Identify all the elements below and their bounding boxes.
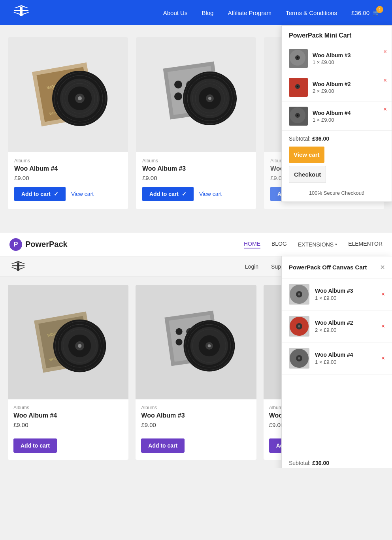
powerpack-nav: HOME BLOG EXTENSIONS ▾ ELEMENTOR <box>244 241 383 248</box>
bottom-product-card-2: Albums Woo Album #3 £9.00 Add to cart <box>136 285 256 460</box>
pp-nav-home[interactable]: HOME <box>244 241 260 248</box>
product-category-2: Albums <box>142 158 250 164</box>
bottom-product-name-2: Woo Album #3 <box>141 412 251 419</box>
pp-nav-elementor[interactable]: ELEMENTOR <box>348 241 383 248</box>
top-section: About Us Blog Affiliate Program Terms & … <box>0 0 392 221</box>
svg-point-68 <box>175 328 182 335</box>
off-canvas-remove-3[interactable]: × <box>381 355 385 362</box>
nav-about[interactable]: About Us <box>163 9 188 16</box>
mini-cart-item-1-info: Woo Album #3 1 × £9.00 <box>313 52 384 65</box>
mini-cart-item: Woo Album #3 1 × £9.00 × <box>282 44 392 73</box>
mini-cart-remove-1[interactable]: × <box>383 48 387 55</box>
svg-point-96 <box>298 357 300 359</box>
nav-affiliate[interactable]: Affiliate Program <box>228 9 271 16</box>
bottom-product-info-1: Albums Woo Album #4 £9.00 Add to cart <box>8 399 128 460</box>
off-canvas-item-1-info: Woo Album #3 1 × £9.00 <box>315 288 376 301</box>
bottom-section: P PowerPack HOME BLOG EXTENSIONS ▾ ELEME… <box>0 233 392 468</box>
svg-rect-53 <box>17 262 19 271</box>
bottom-product-img-2 <box>136 285 256 399</box>
powerpack-logo-icon: P <box>9 238 22 251</box>
svg-rect-3 <box>20 7 23 16</box>
bottom-product-name-1: Woo Album #4 <box>13 412 123 419</box>
svg-point-30 <box>174 92 182 100</box>
mini-cart-item: Woo Album #4 1 × £9.00 × <box>282 102 392 131</box>
powerpack-logo-text: PowerPack <box>25 240 68 249</box>
mini-cart-title: PowerPack Mini Cart <box>282 26 392 44</box>
bottom-product-category-1: Albums <box>13 405 123 410</box>
mini-cart-item: Woo Album #2 2 × £9.00 × <box>282 73 392 102</box>
mini-cart-item-2-name: Woo Album #2 <box>313 81 384 87</box>
svg-point-76 <box>208 344 211 348</box>
top-nav-links: About Us Blog Affiliate Program Terms & … <box>163 9 337 16</box>
top-nav: About Us Blog Affiliate Program Terms & … <box>0 0 392 25</box>
section-divider <box>0 221 392 233</box>
mini-cart-subtotal-value: £36.00 <box>312 135 329 142</box>
mini-cart-item-2-info: Woo Album #2 2 × £9.00 <box>313 81 384 94</box>
bottom-add-to-cart-button-1[interactable]: Add to cart <box>13 438 57 453</box>
powerpack-logo[interactable]: P PowerPack <box>9 238 68 251</box>
product-info-1: Albums Woo Album #4 £9.00 Add to cart ✓ … <box>8 152 128 209</box>
mini-cart-view-cart-button[interactable]: View cart <box>289 147 324 163</box>
mini-cart-subtotal-label: Subtotal: <box>289 135 311 142</box>
second-nav-login[interactable]: Login <box>245 263 258 270</box>
product-price-2: £9.00 <box>142 175 250 181</box>
product-name-1: Woo Album #4 <box>14 165 122 172</box>
off-canvas-item-2: Woo Album #2 2 × £9.00 × <box>282 310 392 342</box>
off-canvas-thumb-3 <box>289 348 309 369</box>
view-cart-link-1[interactable]: View cart <box>71 191 94 197</box>
off-canvas-item-1-qty: 1 × £9.00 <box>315 295 376 301</box>
bottom-product-price-1: £9.00 <box>13 421 123 428</box>
mini-cart-item-3-info: Woo Album #4 1 × £9.00 <box>313 110 384 123</box>
pp-nav-blog[interactable]: BLOG <box>271 241 287 248</box>
product-card-2: Albums Woo Album #3 £9.00 Add to cart ✓ … <box>136 37 256 209</box>
chevron-down-icon: ▾ <box>335 242 337 246</box>
view-cart-link-2[interactable]: View cart <box>199 191 222 197</box>
bottom-content-wrapper: Login Support Affiliates Translation Pro… <box>0 256 392 468</box>
svg-point-12 <box>297 115 298 116</box>
svg-point-6 <box>297 57 298 58</box>
product-img-1: WOOTHEMES WOOTHEMES <box>8 37 128 152</box>
bottom-product-img-1: WOOTHEMES WOOTHEMES <box>8 285 128 399</box>
bottom-add-to-cart-button-2[interactable]: Add to cart <box>141 438 185 453</box>
off-canvas-remove-1[interactable]: × <box>381 291 385 298</box>
off-canvas-header: PowerPack Off Canvas Cart × <box>282 256 392 278</box>
product-img-2 <box>136 37 256 152</box>
brand-logo[interactable] <box>12 4 31 21</box>
svg-point-28 <box>174 81 182 88</box>
add-to-cart-button-1[interactable]: Add to cart ✓ <box>14 187 66 201</box>
second-nav-logo <box>9 260 27 273</box>
mini-cart-remove-3[interactable]: × <box>383 106 387 113</box>
cart-icon-area[interactable]: £36.00 🛒 1 <box>351 9 380 16</box>
off-canvas-thumb-1 <box>289 284 309 305</box>
nav-blog[interactable]: Blog <box>202 9 213 16</box>
off-canvas-item-1-name: Woo Album #3 <box>315 288 376 294</box>
off-canvas-remove-2[interactable]: × <box>381 323 385 330</box>
pp-nav-extensions[interactable]: EXTENSIONS ▾ <box>298 241 337 248</box>
svg-point-9 <box>297 86 298 87</box>
bottom-product-category-2: Albums <box>141 405 251 410</box>
add-to-cart-label-1: Add to cart <box>21 191 51 197</box>
off-canvas-item-2-name: Woo Album #2 <box>315 320 376 326</box>
nav-terms[interactable]: Terms & Conditions <box>286 9 337 16</box>
off-canvas-item-2-qty: 2 × £9.00 <box>315 327 376 333</box>
mini-cart-item-2-qty: 2 × £9.00 <box>313 88 384 94</box>
product-category-1: Albums <box>14 158 122 164</box>
product-actions-1: Add to cart ✓ View cart <box>14 187 122 201</box>
product-card-1: WOOTHEMES WOOTHEMES <box>8 37 128 209</box>
bottom-product-card-1: WOOTHEMES WOOTHEMES <box>8 285 128 460</box>
product-name-2: Woo Album #3 <box>142 165 250 172</box>
off-canvas-item-2-info: Woo Album #2 2 × £9.00 <box>315 320 376 333</box>
bottom-product-info-2: Albums Woo Album #3 £9.00 Add to cart <box>136 399 256 460</box>
add-to-cart-button-2[interactable]: Add to cart ✓ <box>142 187 194 201</box>
mini-cart-item-1-qty: 1 × £9.00 <box>313 59 384 65</box>
mini-cart-thumb-3 <box>289 107 308 126</box>
mini-cart-item-3-qty: 1 × £9.00 <box>313 117 384 123</box>
powerpack-bar: P PowerPack HOME BLOG EXTENSIONS ▾ ELEME… <box>0 233 392 256</box>
svg-point-70 <box>175 339 182 345</box>
product-price-1: £9.00 <box>14 175 122 181</box>
mini-cart-remove-2[interactable]: × <box>383 77 387 84</box>
close-icon[interactable]: × <box>380 263 385 272</box>
mini-cart-checkout-button[interactable]: Checkout <box>289 166 326 183</box>
off-canvas-subtotal-label: Subtotal: <box>289 460 311 466</box>
svg-point-21 <box>78 96 82 100</box>
